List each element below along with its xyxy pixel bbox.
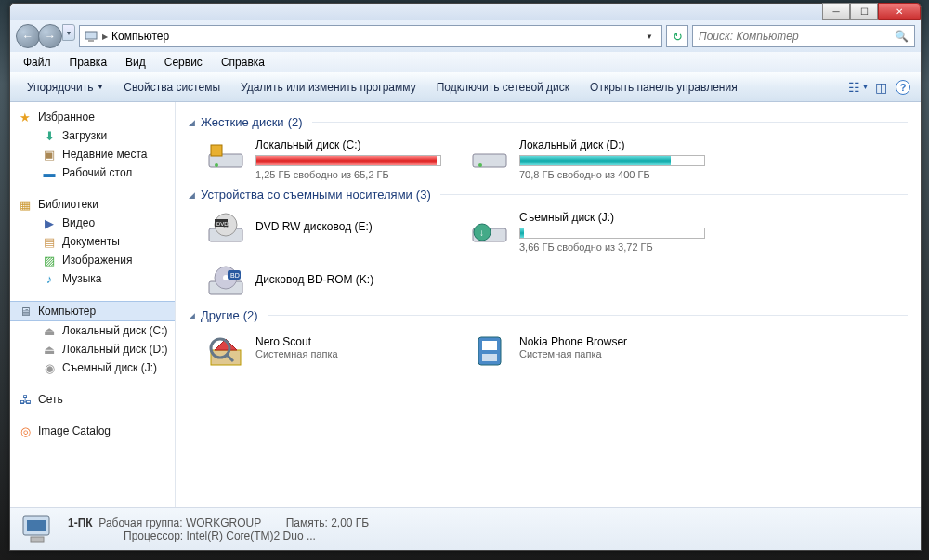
sidebar-network[interactable]: 🖧Сеть: [10, 390, 175, 409]
svg-rect-25: [482, 341, 497, 350]
drive-label: Локальный диск (C:): [255, 138, 447, 151]
sidebar-item-music[interactable]: ♪Музыка: [10, 269, 175, 288]
item-type: Системная папка: [519, 348, 711, 359]
search-icon[interactable]: 🔍: [895, 30, 909, 43]
sidebar-item-desktop[interactable]: ▬Рабочий стол: [10, 163, 175, 182]
sidebar-libraries[interactable]: ▦Библиотеки: [10, 195, 175, 214]
help-button[interactable]: ?: [893, 77, 913, 98]
drive-icon: ⏏: [42, 342, 57, 357]
svg-rect-29: [31, 537, 44, 542]
svg-text:DVD: DVD: [216, 221, 229, 227]
group-other[interactable]: ◢ Другие (2): [189, 308, 908, 322]
capacity-bar: [519, 155, 705, 166]
menu-help[interactable]: Справка: [212, 54, 274, 71]
sidebar-item-drive-c[interactable]: ⏏Локальный диск (C:): [10, 321, 175, 340]
downloads-icon: ⬇: [42, 128, 57, 143]
close-icon: ✕: [896, 7, 903, 17]
capacity-bar: [519, 228, 705, 239]
drive-label: Съемный диск (J:): [519, 211, 711, 224]
drive-free-space: 1,25 ГБ свободно из 65,2 ГБ: [255, 169, 447, 180]
sidebar-item-drive-d[interactable]: ⏏Локальный диск (D:): [10, 340, 175, 358]
menu-view[interactable]: Вид: [116, 54, 155, 71]
drive-c[interactable]: Локальный диск (C:) 1,25 ГБ свободно из …: [205, 138, 447, 180]
search-input[interactable]: [699, 30, 895, 43]
drive-j[interactable]: ↓ Съемный диск (J:) 3,66 ГБ свободно из …: [469, 211, 711, 253]
sidebar-computer[interactable]: 🖥Компьютер: [10, 301, 175, 321]
navigation-pane: ★Избранное ⬇Загрузки ▣Недавние места ▬Ра…: [10, 102, 176, 507]
sidebar-item-recent[interactable]: ▣Недавние места: [10, 145, 175, 163]
menu-file[interactable]: Файл: [14, 54, 60, 71]
sidebar-item-pictures[interactable]: ▨Изображения: [10, 251, 175, 269]
network-icon: 🖧: [18, 392, 33, 407]
sidebar-item-videos[interactable]: ▶Видео: [10, 214, 175, 232]
minimize-icon: ─: [832, 7, 839, 17]
capacity-bar: [255, 155, 441, 166]
close-button[interactable]: ✕: [878, 3, 921, 20]
nokia-browser-icon: [469, 332, 510, 369]
drive-d[interactable]: Локальный диск (D:) 70,8 ГБ свободно из …: [469, 138, 711, 180]
svg-point-4: [215, 163, 218, 167]
drive-dvd[interactable]: DVD DVD RW дисковод (E:): [205, 211, 447, 253]
nav-history-dropdown[interactable]: ▼: [62, 24, 75, 41]
svg-rect-5: [473, 154, 506, 167]
menu-edit[interactable]: Правка: [60, 54, 117, 71]
item-nero-scout[interactable]: Nero Scout Системная папка: [205, 332, 447, 369]
libraries-icon: ▦: [18, 197, 33, 212]
map-network-drive-button[interactable]: Подключить сетевой диск: [427, 77, 579, 98]
breadcrumb-computer[interactable]: Компьютер: [111, 30, 169, 43]
explorer-window: ─ ☐ ✕ ← → ▼ ▶ Компьютер ▼ ↻ 🔍 Файл Правк…: [9, 3, 922, 551]
chevron-down-icon: ▼: [97, 84, 103, 90]
svg-text:↓: ↓: [479, 228, 484, 238]
desktop-icon: ▬: [42, 165, 57, 180]
computer-icon: 🖥: [18, 304, 33, 319]
collapse-icon: ◢: [189, 311, 195, 320]
view-options-button[interactable]: ☷▼: [848, 77, 869, 98]
star-icon: ★: [18, 110, 33, 124]
hard-drive-icon: [469, 138, 510, 176]
status-pc-name: 1-ПК: [68, 516, 93, 529]
drive-bd[interactable]: BD Дисковод BD-ROM (K:): [205, 264, 410, 301]
drive-icon: ⏏: [42, 323, 57, 338]
nero-scout-icon: [205, 332, 246, 369]
maximize-icon: ☐: [860, 7, 869, 17]
hard-drive-icon: [205, 138, 246, 176]
system-properties-button[interactable]: Свойства системы: [114, 77, 229, 98]
item-nokia-browser[interactable]: Nokia Phone Browser Системная папка: [469, 332, 711, 369]
sidebar-item-downloads[interactable]: ⬇Загрузки: [10, 126, 175, 145]
preview-pane-icon: ◫: [875, 80, 887, 95]
nav-row: ← → ▼ ▶ Компьютер ▼ ↻ 🔍: [10, 20, 921, 52]
music-icon: ♪: [42, 271, 57, 286]
uninstall-program-button[interactable]: Удалить или изменить программу: [231, 77, 425, 98]
group-hard-drives[interactable]: ◢ Жесткие диски (2): [189, 115, 908, 129]
open-control-panel-button[interactable]: Открыть панель управления: [581, 77, 747, 98]
menu-tools[interactable]: Сервис: [155, 54, 212, 71]
minimize-button[interactable]: ─: [822, 3, 850, 20]
help-icon: ?: [896, 80, 910, 95]
collapse-icon: ◢: [189, 190, 195, 200]
toolbar: Упорядочить ▼ Свойства системы Удалить и…: [10, 72, 921, 102]
svg-rect-0: [85, 32, 97, 39]
sidebar-favorites[interactable]: ★Избранное: [10, 108, 175, 126]
back-button[interactable]: ←: [16, 24, 40, 48]
svg-rect-26: [482, 354, 497, 361]
address-bar[interactable]: ▶ Компьютер ▼: [79, 25, 662, 47]
group-removable[interactable]: ◢ Устройства со съемными носителями (3): [189, 188, 908, 202]
drive-label: DVD RW дисковод (E:): [255, 220, 447, 233]
sidebar-image-catalog[interactable]: ◎Image Catalog: [10, 422, 175, 440]
refresh-button[interactable]: ↻: [666, 25, 688, 47]
search-box[interactable]: 🔍: [692, 25, 915, 47]
maximize-button[interactable]: ☐: [850, 3, 878, 20]
forward-button[interactable]: →: [38, 24, 62, 48]
sidebar-item-drive-j[interactable]: ◉Съемный диск (J:): [10, 358, 175, 377]
svg-rect-28: [27, 520, 46, 531]
view-icon: ☷: [848, 80, 860, 95]
address-dropdown[interactable]: ▼: [641, 33, 658, 41]
titlebar: ─ ☐ ✕: [10, 4, 921, 20]
forward-arrow-icon: →: [45, 30, 56, 43]
status-cpu: Intel(R) Core(TM)2 Duo ...: [187, 529, 316, 542]
svg-point-6: [478, 163, 482, 167]
organize-button[interactable]: Упорядочить ▼: [18, 77, 112, 98]
sidebar-item-documents[interactable]: ▤Документы: [10, 232, 175, 251]
item-type: Системная папка: [255, 348, 447, 359]
preview-pane-button[interactable]: ◫: [870, 77, 891, 98]
